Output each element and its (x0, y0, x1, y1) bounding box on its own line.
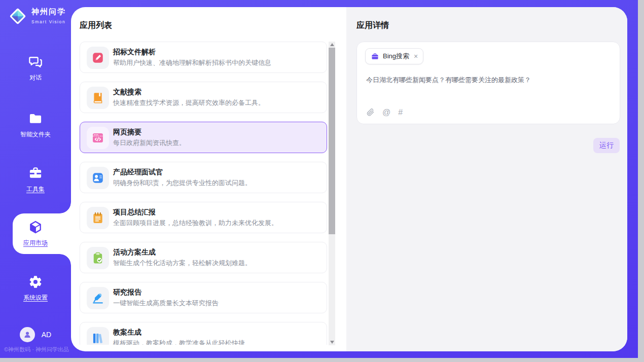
app-list-title: 应用列表 (80, 20, 112, 31)
app-item-title: 项目总结汇报 (113, 208, 156, 217)
sidebar-item-label: 智能文件夹 (0, 130, 71, 139)
app-item-title: 活动方案生成 (113, 248, 156, 257)
attachment-icon[interactable] (366, 108, 375, 117)
app-list-item-lesson-plan[interactable]: 教案生成模板驱动，教案秒成，教学准备从此轻松快捷 (80, 322, 327, 345)
run-button[interactable]: 运行 (593, 138, 620, 153)
hash-icon[interactable]: # (398, 108, 403, 117)
sidebar-item-chat[interactable]: 对话 (0, 55, 71, 82)
app-item-description: 全面回顾项目进展，总结经验教训，助力未来优化发展。 (113, 219, 278, 228)
user-name: AD (42, 331, 51, 339)
chat-icon (28, 62, 43, 70)
app-list-item-event-plan[interactable]: 活动方案生成智能生成个性化活动方案，轻松解决规划难题。 (80, 242, 327, 273)
clipboard-check-icon (87, 247, 109, 269)
brand-name: 神州问学 (31, 7, 66, 16)
copyright-text: ©神州数码 · 神州问学出品 (4, 346, 69, 353)
notepad-icon (87, 207, 109, 229)
gear-icon (28, 282, 43, 291)
app-item-title: 产品经理面试官 (113, 168, 163, 177)
books-icon (87, 327, 109, 345)
tool-chip-bing-search[interactable]: Bing搜索 × (365, 48, 423, 64)
sidebar-item-label: 工具集 (0, 185, 71, 194)
app-item-description: 帮助用户快速、准确地理解和解析招标书中的关键信息 (113, 58, 271, 67)
cube-icon (28, 227, 43, 236)
sidebar-item-smart-folder[interactable]: 智能文件夹 (0, 112, 71, 139)
book-icon (87, 87, 109, 109)
scrollbar-up-arrow-icon[interactable] (330, 43, 334, 46)
briefcase-icon (371, 52, 379, 61)
app-list-item-webpage-summary[interactable]: 网页摘要每日政府新闻资讯快查。 (80, 122, 327, 153)
app-item-description: 一键智能生成高质量长文本研究报告 (113, 299, 219, 308)
mention-icon[interactable]: @ (382, 108, 390, 117)
toolbox-icon (28, 173, 43, 182)
app-list-scrollbar[interactable] (329, 42, 335, 345)
prompt-text[interactable]: 今日湖北有哪些新闻要点？有哪些需要关注的最新政策？ (366, 76, 610, 85)
app-item-title: 研究报告 (113, 288, 141, 297)
app-list-item-bid-doc-parse[interactable]: 招标文件解析帮助用户快速、准确地理解和解析招标书中的关键信息 (80, 42, 327, 73)
user-avatar-icon (20, 327, 35, 342)
tool-chip-label: Bing搜索 (383, 52, 409, 61)
chip-close-icon[interactable]: × (414, 53, 418, 60)
app-item-title: 文献搜索 (113, 88, 141, 97)
app-item-description: 快速精准查找学术资源，提高研究效率的必备工具。 (113, 98, 265, 107)
gem-logo-icon (8, 6, 28, 26)
scrollbar-down-arrow-icon[interactable] (330, 341, 334, 344)
prompt-card: Bing搜索 × 今日湖北有哪些新闻要点？有哪些需要关注的最新政策？ @# (356, 42, 620, 124)
sidebar-item-toolset[interactable]: 工具集 (0, 166, 71, 194)
app-detail-title: 应用详情 (356, 20, 389, 31)
user-row[interactable]: AD (0, 327, 71, 342)
sidebar-item-label: 对话 (0, 74, 71, 82)
sidebar-item-app-market[interactable]: 应用市场 (0, 220, 71, 247)
app-item-description: 模板驱动，教案秒成，教学准备从此轻松快捷 (113, 339, 245, 345)
sidebar-item-system-settings[interactable]: 系统设置 (0, 275, 71, 302)
active-nav-curve-top (60, 202, 71, 213)
webpage-icon (87, 127, 109, 149)
app-list: 招标文件解析帮助用户快速、准确地理解和解析招标书中的关键信息文献搜索快速精准查找… (80, 42, 328, 345)
app-item-title: 教案生成 (113, 328, 141, 337)
app-list-item-literature-search[interactable]: 文献搜索快速精准查找学术资源，提高研究效率的必备工具。 (80, 82, 327, 113)
content-panel: 应用列表 招标文件解析帮助用户快速、准确地理解和解析招标书中的关键信息文献搜索快… (71, 7, 627, 351)
input-toolbar: @# (366, 108, 403, 117)
app-item-description: 智能生成个性化活动方案，轻松解决规划难题。 (113, 259, 252, 268)
app-item-description: 每日政府新闻资讯快查。 (113, 138, 186, 148)
app-item-title: 网页摘要 (113, 128, 141, 137)
sidebar-item-label: 系统设置 (0, 294, 71, 302)
app-detail-panel: 应用详情 Bing搜索 × 今日湖北有哪些新闻要点？有哪些需要关注的最新政策？ … (346, 7, 627, 351)
interviewer-icon (87, 167, 109, 189)
app-list-item-research-report[interactable]: 研究报告一键智能生成高质量长文本研究报告 (80, 282, 327, 313)
scrollbar-thumb[interactable] (329, 48, 335, 234)
app-item-description: 明确身份和职责，为您提供专业性的面试问题。 (113, 178, 252, 188)
app-list-item-project-summary[interactable]: 项目总结汇报全面回顾项目进展，总结经验教训，助力未来优化发展。 (80, 202, 327, 233)
app-list-item-pm-interviewer[interactable]: 产品经理面试官明确身份和职责，为您提供专业性的面试问题。 (80, 162, 327, 193)
sidebar-item-label: 应用市场 (0, 239, 71, 247)
app-item-title: 招标文件解析 (113, 48, 156, 57)
active-nav-curve-bottom (60, 254, 71, 265)
app-window: 神州问学 Smart Vision 对话智能文件夹工具集应用市场系统设置 AD … (0, 0, 638, 358)
brand: 神州问学 Smart Vision (8, 6, 66, 26)
research-icon (87, 287, 109, 309)
memo-edit-icon (87, 47, 109, 69)
folder-icon (28, 119, 43, 127)
brand-subtitle: Smart Vision (31, 19, 65, 24)
